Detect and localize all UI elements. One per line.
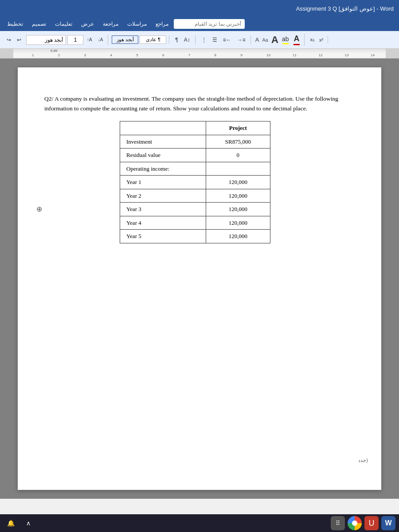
table-row: Investment SR875,000 <box>120 135 270 149</box>
ruler-num-5: 5 <box>136 53 138 57</box>
taskbar-notifications[interactable]: 🔔 <box>4 516 18 530</box>
menu-mrajea[interactable]: مراجع <box>152 19 172 29</box>
superscript-button[interactable]: x² <box>317 36 325 43</box>
year1-label: Year 1 <box>120 176 206 189</box>
document-content: Q2/ A company is evaluating an investmen… <box>44 94 346 243</box>
chrome-center <box>352 520 357 526</box>
ruler-left-side <box>0 49 13 58</box>
ruler-num-8: 8 <box>215 53 216 57</box>
ruler: 1 2 3 4 5 6 7 8 9 10 11 12 13 14 6,89 <box>13 49 386 58</box>
title-bar: Word - [عوض التوافق] Assignment 3 Q <box>0 0 399 17</box>
sort-button[interactable]: ↕A <box>182 35 192 44</box>
taskbar-app-icons: ⠿ U W <box>331 516 395 530</box>
ruler-container: 1 2 3 4 5 6 7 8 9 10 11 12 13 14 6,89 <box>0 49 399 59</box>
ruler-num-3: 3 <box>84 53 86 57</box>
table-row: Year 2 120,000 <box>120 189 270 203</box>
question-text: Q2/ A company is evaluating an investmen… <box>44 95 338 112</box>
subscript-button[interactable]: x₂ <box>308 36 316 43</box>
ruler-right-side <box>386 49 399 58</box>
menu-items: مراجع مراسلات مراجعة عرض تعليمات تصميم ت… <box>4 19 172 29</box>
font-name-input[interactable] <box>26 35 66 45</box>
table-row: Year 3 120,000 <box>120 203 270 216</box>
big-a-label: A <box>293 34 300 43</box>
year3-value: 120,000 <box>206 203 270 216</box>
increase-indent-button[interactable]: ≡→ <box>235 35 248 44</box>
table-header-row: Project <box>120 121 270 135</box>
operating-income-label: Operating income: <box>120 162 206 176</box>
investment-label: Investment <box>120 135 206 149</box>
taskbar: 🔔 ∧ ⠿ U W <box>0 514 399 532</box>
residual-label: Residual value <box>120 149 206 162</box>
menu-bar: مراجع مراسلات مراجعة عرض تعليمات تصميم ت… <box>0 17 399 31</box>
investment-value: SR875,000 <box>206 135 270 149</box>
decrease-indent-button[interactable]: ←≡ <box>221 35 234 44</box>
ruler-num-10: 10 <box>266 53 270 57</box>
year2-value: 120,000 <box>206 189 270 203</box>
text-highlight-button[interactable]: ab <box>281 35 290 45</box>
taskbar-word-icon[interactable]: W <box>381 516 395 530</box>
menu-ard[interactable]: عرض <box>78 19 98 29</box>
operating-income-value <box>206 162 270 176</box>
table-row: Year 5 120,000 <box>120 230 270 243</box>
year4-value: 120,000 <box>206 216 270 230</box>
font-size-input[interactable] <box>67 35 83 45</box>
font-size-up-button[interactable]: A↑ <box>85 36 94 43</box>
menu-mrajaa[interactable]: مراجعة <box>99 19 122 29</box>
menu-mraslat[interactable]: مراسلات <box>124 19 150 29</box>
font-size-down-button[interactable]: A↓ <box>96 36 106 43</box>
menu-takhteet[interactable]: تخطيط <box>4 19 27 29</box>
styles-section: ¶ عادى أبجد هوز <box>112 35 169 44</box>
ruler-num-1: 1 <box>32 53 34 57</box>
ruler-num-12: 12 <box>319 53 323 57</box>
document-area: ⊕ Q2/ A company is evaluating an investm… <box>0 59 399 499</box>
style-normal[interactable]: ¶ عادى <box>140 35 166 44</box>
title-bar-text: Word - [عوض التوافق] Assignment 3 Q <box>296 5 394 12</box>
table-move-handle[interactable]: ⊕ <box>36 205 42 213</box>
superscript-section: x² x₂ <box>308 36 328 43</box>
font-color-button[interactable]: A <box>291 34 301 46</box>
ruler-num-14: 14 <box>371 53 375 57</box>
quick-access-toolbar <box>174 19 245 29</box>
ruler-num-11: 11 <box>293 53 297 57</box>
font-size-big-a: A <box>270 34 279 46</box>
list-button[interactable]: ☰ <box>210 35 219 44</box>
table-row: Year 4 120,000 <box>120 216 270 230</box>
undo-redo-section: ↩ ↪ <box>4 35 23 44</box>
year2-label: Year 2 <box>120 189 206 203</box>
header-empty-cell <box>120 121 206 135</box>
ruler-num-4: 4 <box>110 53 112 57</box>
document-page: ⊕ Q2/ A company is evaluating an investm… <box>18 67 381 490</box>
table-row: Residual value 0 <box>120 149 270 162</box>
menu-taalimat[interactable]: تعليمات <box>51 19 76 29</box>
redo-button[interactable]: ↪ <box>4 35 13 44</box>
show-hide-button[interactable]: ¶ <box>173 35 180 44</box>
undo-button[interactable]: ↩ <box>15 35 23 44</box>
table-row: Year 1 120,000 <box>120 176 270 189</box>
year5-label: Year 5 <box>120 230 206 243</box>
table-row: Operating income: <box>120 162 270 176</box>
header-project-cell: Project <box>206 121 270 135</box>
taskbar-chrome-icon[interactable] <box>348 516 362 530</box>
ruler-num-7: 7 <box>188 53 190 57</box>
ruler-num-6: 6 <box>162 53 164 57</box>
highlight-a: ab <box>282 35 289 43</box>
year1-value: 120,000 <box>206 176 270 189</box>
year4-label: Year 4 <box>120 216 206 230</box>
numbered-list-button[interactable]: ⋮ <box>199 35 209 44</box>
page-note-text: (جدد <box>358 458 368 463</box>
year5-value: 120,000 <box>206 230 270 243</box>
indent-section: ≡→ ←≡ ☰ ⋮ <box>199 35 251 44</box>
search-input[interactable] <box>174 19 245 29</box>
style-abgjad[interactable]: أبجد هوز <box>112 35 138 44</box>
project-table: Project Investment SR875,000 Residual va… <box>120 121 270 243</box>
font-name-section: A↓ A↑ <box>26 35 108 45</box>
header-project-label: Project <box>229 125 247 131</box>
color-indicator <box>293 44 300 45</box>
taskbar-security-icon[interactable]: U <box>364 516 379 530</box>
menu-tasmem[interactable]: تصميم <box>28 19 50 29</box>
ruler-num-13: 13 <box>345 53 349 57</box>
ruler-num-2: 2 <box>58 53 60 57</box>
taskbar-chevron-up[interactable]: ∧ <box>21 516 35 530</box>
taskbar-dots-icon[interactable]: ⠿ <box>331 516 345 530</box>
residual-value: 0 <box>206 149 270 162</box>
